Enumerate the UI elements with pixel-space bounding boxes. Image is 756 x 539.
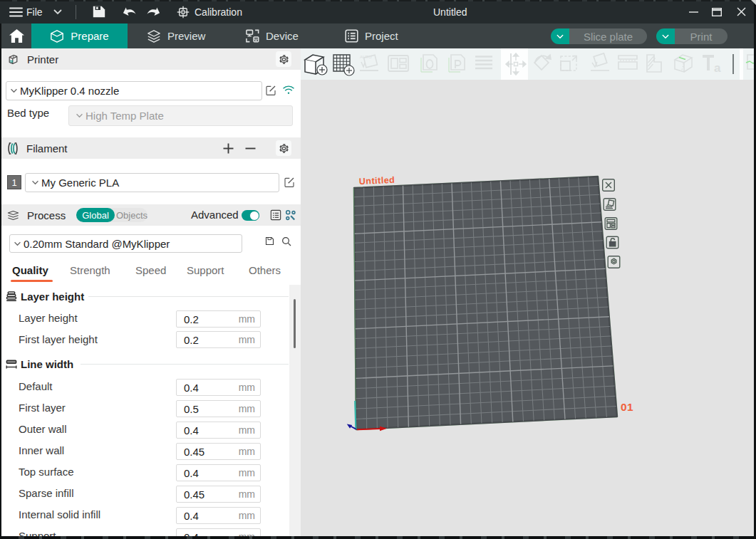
svg-text:a: a <box>714 61 721 75</box>
svg-text:Untitled: Untitled <box>359 175 395 187</box>
svg-text:01: 01 <box>621 401 633 413</box>
